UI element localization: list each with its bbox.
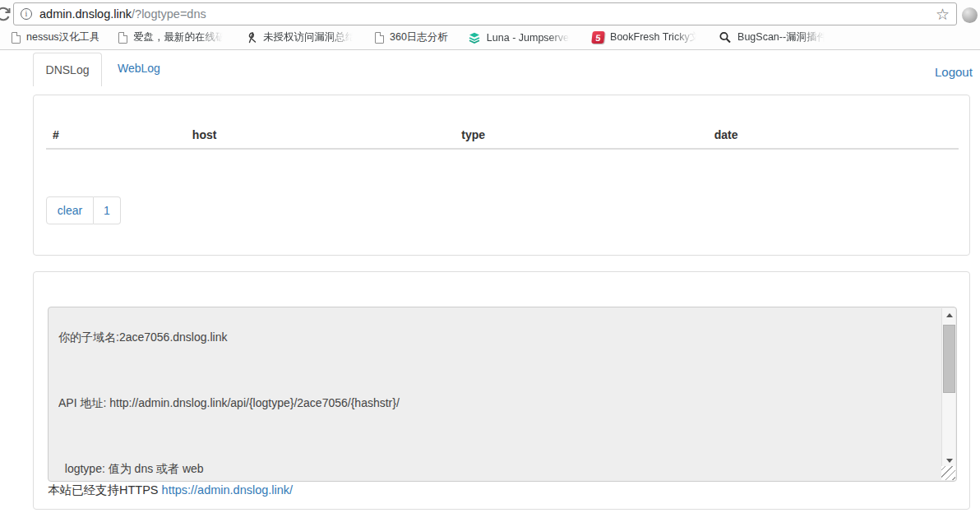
- column-header-type: type: [455, 122, 707, 149]
- bookmarks-bar: nessus汉化工具 爱盘，最新的在线破 未授权访问漏洞总结 360日志分析: [0, 25, 980, 49]
- bookmark-nessus[interactable]: nessus汉化工具: [2, 28, 109, 48]
- url-path: /?logtype=dns: [132, 7, 206, 21]
- bookmark-bugscan[interactable]: BugScan--漏洞插件: [709, 28, 837, 48]
- clear-button[interactable]: clear: [46, 196, 94, 224]
- api-info-text: 你的子域名:2ace7056.dnslog.link API 地址: http:…: [58, 329, 931, 478]
- pagination: clear 1: [46, 196, 121, 224]
- bookmark-label: Luna - Jumpserver: [487, 32, 572, 44]
- page-content: DNSLog WebLog Logout # host type date cl…: [0, 50, 980, 522]
- url-text[interactable]: admin.dnslog.link/?logtype=dns: [39, 7, 206, 21]
- dns-log-table: # host type date: [46, 122, 959, 150]
- page-icon: [375, 32, 384, 44]
- bookmark-360-log[interactable]: 360日志分析: [365, 28, 458, 48]
- scrollbar-thumb[interactable]: [943, 325, 955, 393]
- red-5-icon: 5: [591, 31, 605, 44]
- logout-link[interactable]: Logout: [935, 65, 973, 79]
- signature-icon: [245, 31, 257, 44]
- dns-log-panel: # host type date clear 1: [33, 95, 970, 256]
- bookmark-aipan[interactable]: 爱盘，最新的在线破: [109, 28, 235, 48]
- browser-chrome: admin.dnslog.link/?logtype=dns ☆ nessus汉…: [0, 0, 980, 50]
- address-bar[interactable]: admin.dnslog.link/?logtype=dns ☆: [13, 2, 957, 25]
- table-header-row: # host type date: [46, 122, 959, 149]
- tab-weblog[interactable]: WebLog: [118, 62, 160, 75]
- magnifier-icon: [719, 31, 732, 44]
- https-note-text: 本站已经支持HTTPS: [48, 483, 162, 497]
- api-info-textarea[interactable]: 你的子域名:2ace7056.dnslog.link API 地址: http:…: [48, 307, 957, 482]
- tab-label: DNSLog: [46, 63, 90, 76]
- bookmark-label: nessus汉化工具: [26, 30, 99, 44]
- column-header-host: host: [186, 122, 455, 149]
- bookmark-bookfresh[interactable]: 5 BookFresh Tricky文: [582, 28, 709, 48]
- layers-icon: [468, 31, 481, 44]
- page-1-button[interactable]: 1: [94, 196, 121, 224]
- textarea-scrollbar[interactable]: [941, 308, 955, 468]
- page-icon: [12, 32, 21, 44]
- scroll-up-icon[interactable]: [942, 308, 956, 322]
- column-header-index: #: [46, 122, 186, 149]
- bookmark-label: 未授权访问漏洞总结: [263, 30, 355, 44]
- bookmark-label: BugScan--漏洞插件: [737, 30, 827, 44]
- reload-icon[interactable]: [0, 5, 12, 23]
- page-info-icon[interactable]: [21, 8, 32, 20]
- bookmark-luna-jumpserver[interactable]: Luna - Jumpserver: [458, 28, 582, 48]
- https-note: 本站已经支持HTTPS https://admin.dnslog.link/: [48, 483, 293, 498]
- browser-profile-globe-icon[interactable]: [962, 7, 978, 23]
- column-header-date: date: [708, 122, 959, 149]
- bookmark-unauth-vuln[interactable]: 未授权访问漏洞总结: [235, 28, 365, 48]
- info-panel: 你的子域名:2ace7056.dnslog.link API 地址: http:…: [33, 271, 970, 510]
- page-icon: [118, 32, 127, 44]
- bookmark-label: 360日志分析: [390, 30, 448, 44]
- bookmark-label: 爱盘，最新的在线破: [133, 30, 225, 44]
- url-host: admin.dnslog.link: [39, 7, 132, 21]
- bookmark-label: BookFresh Tricky文: [610, 30, 699, 44]
- tab-dnslog[interactable]: DNSLog: [33, 53, 102, 86]
- textarea-resize-grip[interactable]: [941, 466, 955, 480]
- https-link[interactable]: https://admin.dnslog.link/: [162, 483, 294, 497]
- bookmark-star-icon[interactable]: ☆: [936, 7, 950, 22]
